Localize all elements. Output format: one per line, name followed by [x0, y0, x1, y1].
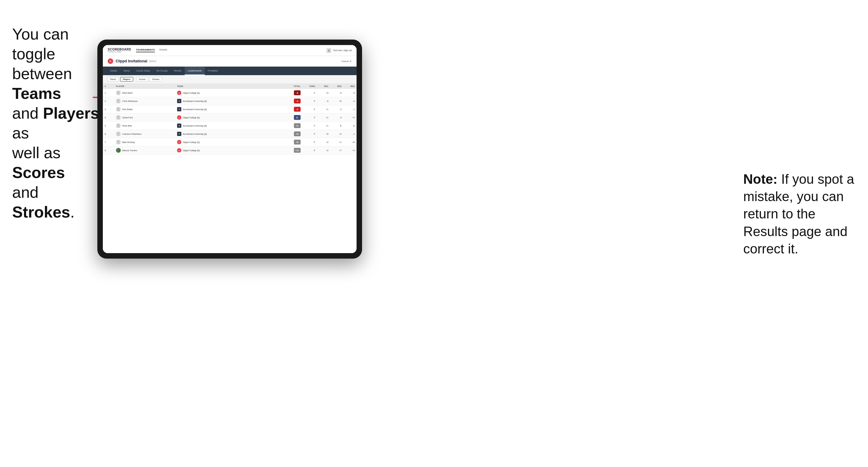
cell-rd1: +2	[317, 146, 330, 155]
player-avatar	[116, 90, 121, 95]
cell-rd1: +1	[317, 114, 330, 122]
cell-rd2: +1	[330, 138, 343, 146]
cell-team: C Clippd College [A]	[175, 146, 284, 155]
player-name: Elliot Ebert	[122, 92, 133, 94]
tournament-gender: (Men)	[149, 60, 156, 63]
tab-results[interactable]: Results	[171, 67, 185, 75]
right-annotation: Note: If you spot a mistake, you can ret…	[743, 170, 859, 257]
cell-player: Cameron Robertson	[114, 130, 175, 138]
tab-printables[interactable]: Printables	[205, 67, 221, 75]
svg-point-1	[328, 49, 330, 51]
tab-leaderboards[interactable]: Leaderboards	[185, 67, 205, 75]
player-avatar	[116, 148, 121, 153]
score-badge: +11	[294, 148, 301, 153]
team-logo-clippd: C	[177, 91, 181, 95]
tablet-screen: SCOREBOARD Powered by clippd TOURNAMENTS…	[103, 45, 356, 253]
cell-team: S Scoreboard University [A]	[175, 130, 284, 138]
left-annotation: You can toggle between Teams and Players…	[12, 24, 100, 222]
cell-rd1: +1	[317, 122, 330, 130]
svg-point-8	[118, 141, 119, 143]
cell-team: C Clippd College [A]	[175, 138, 284, 146]
cell-rank: 3	[103, 105, 114, 114]
cell-total: +8	[284, 138, 302, 146]
bold-strokes: Strokes	[12, 203, 70, 221]
user-text[interactable]: Test User | Sign out	[333, 49, 352, 52]
cell-player: Rees Britt	[114, 122, 175, 130]
avatar-svg	[116, 99, 121, 103]
toggle-scores-button[interactable]: Scores	[136, 77, 149, 82]
avatar-svg	[116, 90, 121, 95]
bold-teams: Teams	[12, 85, 61, 102]
nav-teams[interactable]: TEAMS	[159, 49, 167, 52]
table-row: 1 Elliot Ebert C Clippd College [A] -8 F…	[103, 89, 356, 97]
cell-thru: F	[302, 122, 317, 130]
team-name: Clippd College [A]	[183, 149, 199, 152]
user-icon	[327, 48, 331, 53]
team-logo-scoreboard: S	[177, 99, 181, 103]
cell-rank: 6	[103, 130, 114, 138]
svg-point-3	[118, 99, 119, 101]
cell-thru: F	[302, 89, 317, 97]
cell-player: Chris Robertson	[114, 97, 175, 105]
cell-thru: F	[302, 146, 317, 155]
cell-rd1: -5	[317, 97, 330, 105]
cell-rank: 2	[103, 97, 114, 105]
cell-rd2: -2	[330, 105, 343, 114]
col-header-player: PLAYER	[114, 84, 175, 89]
tab-course-setup[interactable]: Course Setup	[133, 67, 153, 75]
score-badge: +6	[294, 131, 301, 136]
team-logo-scoreboard: S	[177, 107, 181, 111]
cell-total: -4	[284, 97, 302, 105]
score-badge: +1	[294, 123, 301, 128]
tab-tee-groups[interactable]: Tee Groups	[153, 67, 171, 75]
page-header: C Clippd Invitational (Men) Cancel ✕	[103, 56, 356, 67]
col-header-rank: #	[103, 84, 114, 89]
avatar-svg	[116, 123, 121, 128]
cancel-button[interactable]: Cancel ✕	[341, 60, 352, 63]
toggle-teams-button[interactable]: Teams	[107, 77, 119, 82]
score-badge: -4	[294, 99, 301, 103]
player-avatar	[116, 99, 121, 103]
player-avatar	[116, 131, 121, 136]
leaderboard-table-container: # PLAYER TEAM TOTAL THRU RD1 RD2 RD3 1 E…	[103, 84, 356, 253]
team-name: Clippd College [A]	[183, 117, 199, 119]
svg-point-6	[118, 124, 119, 126]
bold-players: Players	[43, 104, 99, 122]
table-row: 5 Rees Britt S Scoreboard University [A]…	[103, 122, 356, 130]
cell-rank: 5	[103, 122, 114, 130]
cell-team: C Clippd College [A]	[175, 89, 284, 97]
team-name: Scoreboard University [A]	[183, 100, 207, 102]
toggle-players-button[interactable]: Players	[120, 77, 133, 82]
logo-subtitle: Powered by clippd	[108, 51, 131, 53]
team-logo-clippd: C	[177, 140, 181, 144]
player-name: David Ford	[122, 117, 133, 119]
cell-rd2: +5	[330, 97, 343, 105]
col-header-rd1: RD1	[317, 84, 330, 89]
tab-teams[interactable]: Teams	[120, 67, 133, 75]
svg-point-7	[118, 132, 119, 134]
player-name: Marcus Turners	[122, 149, 137, 152]
tab-details[interactable]: Details	[107, 67, 120, 75]
cell-rd3: +2	[343, 146, 356, 155]
team-name: Clippd College [A]	[183, 141, 199, 143]
table-row: 6 Cameron Robertson S Scoreboard Univers…	[103, 130, 356, 138]
team-logo-scoreboard: S	[177, 124, 181, 128]
nav-tournaments[interactable]: TOURNAMENTS	[136, 49, 155, 52]
table-row: 2 Chris Robertson S Scoreboard Universit…	[103, 97, 356, 105]
player-name: Cameron Robertson	[122, 133, 142, 135]
table-row: 7 Blair McHarg C Clippd College [A] +8 F…	[103, 138, 356, 146]
cell-rank: 8	[103, 146, 114, 155]
app-logo: SCOREBOARD Powered by clippd	[108, 48, 131, 53]
team-logo-clippd: C	[177, 115, 181, 120]
avatar-photo	[116, 148, 121, 153]
team-name: Scoreboard University [A]	[183, 108, 207, 111]
svg-point-5	[118, 116, 119, 118]
cell-rd1: +1	[317, 105, 330, 114]
player-avatar	[116, 139, 121, 145]
col-header-rd2: RD2	[330, 84, 343, 89]
cell-rank: 4	[103, 114, 114, 122]
score-badge: -2	[294, 107, 301, 112]
toggle-strokes-button[interactable]: Strokes	[149, 77, 162, 82]
cell-total: E	[284, 114, 302, 122]
cell-rd3: -1	[343, 105, 356, 114]
